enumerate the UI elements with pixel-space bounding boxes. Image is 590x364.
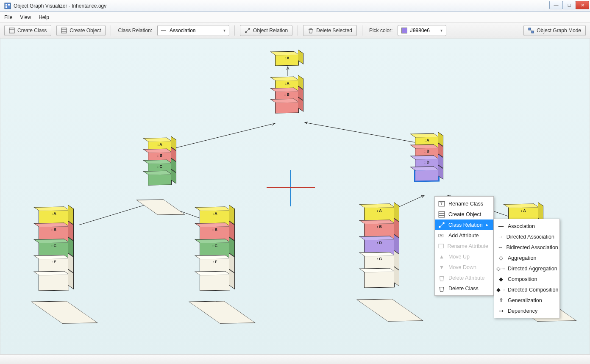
minimize-button[interactable]: — [549, 1, 563, 9]
class-relation-label: Class Relation: [118, 28, 152, 33]
ctx-create-object[interactable]: Create Object [435, 209, 493, 220]
class-node-abd-selected[interactable]: : A : B : D [415, 137, 439, 181]
node-face [364, 271, 395, 288]
ctx-label: Directed Association [507, 234, 554, 240]
svg-rect-1 [6, 4, 7, 6]
chevron-down-icon: ▾ [440, 28, 442, 33]
rel-dependency[interactable]: ⇢Dependency [494, 306, 559, 316]
delete-selected-button[interactable]: Delete Selected [303, 25, 357, 36]
diamond-open-icon: ◇ [498, 255, 504, 261]
relation-icon [245, 28, 250, 33]
class-node-a-top[interactable]: : A [275, 55, 299, 66]
object-graph-mode-label: Object Graph Mode [537, 28, 581, 33]
svg-rect-6 [61, 28, 67, 33]
chevron-down-icon: ▾ [223, 28, 225, 33]
svg-line-14 [531, 30, 532, 31]
ctx-move-up: ▲ Move Up [435, 251, 493, 262]
svg-rect-2 [8, 4, 10, 6]
window-titlebar: Object Graph Visualizer - Inheritance.og… [0, 0, 590, 12]
toolbar: Create Class Create Object Class Relatio… [0, 23, 590, 38]
object-relation-button[interactable]: Object Relation [240, 25, 292, 36]
trash-icon [438, 285, 445, 292]
rel-directed-aggregation[interactable]: ◇→Directed Aggregation [494, 263, 559, 274]
object-icon [438, 211, 445, 218]
ctx-delete-class[interactable]: Delete Class [435, 283, 493, 294]
rel-directed-composition[interactable]: ◆→Directed Composition [494, 284, 559, 295]
trash-icon [308, 28, 314, 33]
ctx-rename-attribute: Rename Attribute [435, 241, 493, 251]
ctx-add-attribute[interactable]: A Add Attribute [435, 230, 493, 241]
separator [111, 25, 111, 36]
ctx-label: Directed Composition [508, 287, 559, 293]
class-relation-dropdown[interactable]: — Association ▾ [157, 25, 229, 36]
object-graph-mode-button[interactable]: Object Graph Mode [523, 25, 586, 36]
node-face-selected [415, 170, 439, 181]
menu-bar: File View Help [0, 12, 590, 23]
class-node-ab[interactable]: : A : B [275, 80, 299, 114]
svg-line-29 [440, 223, 443, 226]
ctx-label: Directed Aggregation [508, 266, 557, 272]
separator [234, 25, 235, 36]
class-node-abcf[interactable]: : A : B : C : F [200, 210, 230, 291]
class-node-abc[interactable]: : A : B : C [148, 141, 172, 186]
up-icon: ▲ [438, 253, 445, 260]
crosshair-vertical [290, 170, 291, 206]
ctx-label: Association [508, 223, 535, 229]
ctx-label: Rename Class [448, 201, 483, 207]
ctx-label: Create Object [448, 211, 481, 217]
flat-card[interactable] [189, 301, 256, 324]
ctx-label: Move Up [448, 254, 470, 260]
svg-rect-32 [439, 244, 443, 248]
rel-association[interactable]: —Association [494, 221, 559, 231]
relation-icon [438, 222, 445, 228]
svg-rect-3 [6, 6, 7, 8]
rel-directed-association[interactable]: →Directed Association [494, 231, 559, 242]
create-object-button[interactable]: Create Object [56, 25, 106, 36]
window-title: Object Graph Visualizer - Inheritance.og… [14, 3, 106, 9]
ctx-label: Dependency [508, 308, 537, 314]
graph-canvas[interactable]: : A : A : B : A : B : C : A : B : C : E … [0, 38, 590, 355]
flat-card[interactable] [356, 299, 423, 322]
svg-line-16 [172, 123, 275, 149]
ctx-delete-attribute: Delete Attribute [435, 272, 493, 283]
svg-rect-13 [532, 31, 534, 33]
rel-generalization[interactable]: ⇧Generalization [494, 295, 559, 306]
color-picker-dropdown[interactable]: #9980e6 ▾ [398, 25, 446, 36]
delete-selected-label: Delete Selected [316, 28, 352, 33]
diamond-arrow-icon: ◇→ [498, 265, 504, 272]
context-menu: T Rename Class Create Object Class Relat… [434, 196, 494, 296]
window-controls: — □ ✕ [550, 1, 589, 9]
menu-view[interactable]: View [20, 14, 31, 20]
graph-mode-icon [528, 28, 534, 33]
flat-card[interactable] [136, 199, 185, 215]
ctx-label: Generalization [508, 297, 542, 303]
menu-help[interactable]: Help [39, 14, 49, 20]
class-node-abce[interactable]: : A : B : C : E [39, 210, 69, 291]
svg-rect-24 [439, 211, 445, 217]
ctx-label: Move Down [448, 264, 476, 270]
arrow-right-icon: → [498, 233, 503, 240]
flat-card[interactable] [31, 301, 98, 324]
create-class-label: Create Class [17, 28, 47, 33]
rel-aggregation[interactable]: ◇Aggregation [494, 253, 559, 263]
app-icon [4, 3, 11, 9]
ctx-label: Rename Attribute [447, 243, 488, 249]
class-icon [9, 28, 15, 33]
dependency-icon: ⇢ [498, 308, 504, 314]
class-node-abdg[interactable]: : A : B : D : G [364, 207, 395, 288]
close-button[interactable]: ✕ [576, 1, 589, 9]
menu-file[interactable]: File [4, 14, 12, 20]
status-bar [0, 355, 590, 364]
ctx-class-relation[interactable]: Class Relation ▸ [435, 220, 493, 230]
node-face [148, 174, 172, 186]
ctx-rename-class[interactable]: T Rename Class [435, 198, 493, 209]
svg-line-11 [246, 29, 249, 32]
svg-text:A: A [440, 233, 442, 237]
rel-composition[interactable]: ◆Composition [494, 274, 559, 284]
rel-bidirected-association[interactable]: ↔Bidirected Association [494, 242, 559, 253]
maximize-button[interactable]: □ [562, 1, 576, 9]
object-relation-label: Object Relation [253, 28, 288, 33]
color-value: #9980e6 [410, 28, 430, 33]
create-class-button[interactable]: Create Class [4, 25, 51, 36]
ctx-label: Aggregation [508, 255, 536, 261]
